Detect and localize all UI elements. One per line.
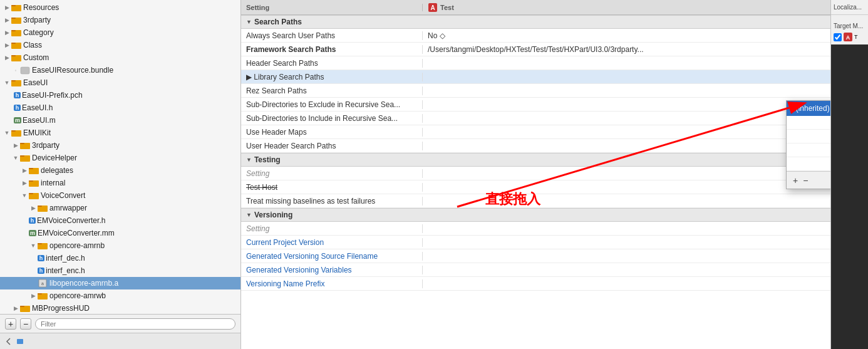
item-label: DeviceHelper: [32, 154, 77, 162]
sidebar-item-mbprogresshud[interactable]: ▶ MBProgressHUD: [0, 302, 240, 314]
remove-button[interactable]: −: [20, 318, 31, 330]
sidebar-item-libopencore[interactable]: a libopencore-amrnb.a: [0, 277, 240, 289]
sidebar-item-internal[interactable]: ▶ internal: [0, 177, 240, 189]
row-label: Rez Search Paths: [241, 86, 423, 95]
sidebar-item-devicehelper[interactable]: ▼ DeviceHelper: [0, 152, 240, 164]
svg-rect-7: [11, 43, 16, 44]
collapse-arrow: ▶: [29, 205, 38, 211]
sidebar-item-easeuiresource[interactable]: ◦ EaseUIResource.bundle: [0, 64, 240, 76]
row-generated-versioning-vars: Generated Versioning Variables: [241, 263, 830, 277]
row-test-host: Test Host: [241, 180, 830, 194]
row-current-project-version: Current Project Version: [241, 236, 830, 249]
sidebar-item-emuikit[interactable]: ▼ EMUIKit: [0, 127, 240, 139]
sidebar-item-3rdparty[interactable]: ▶ 3rdparty: [0, 139, 240, 152]
folder-icon: [38, 291, 48, 300]
sidebar-item-class[interactable]: ▶ Class: [0, 39, 240, 51]
bundle-icon: [20, 66, 30, 75]
svg-text:A: A: [846, 34, 850, 41]
xcode-small-icon: A: [843, 32, 853, 42]
file-badge-h: h: [29, 217, 36, 224]
target-checkbox[interactable]: [834, 33, 842, 41]
sidebar-item-emvoiceconverter-h[interactable]: h EMVoiceConverter.h: [0, 214, 240, 227]
popup-empty-1: [787, 116, 830, 130]
sidebar-item-resources[interactable]: ▶ Resources: [0, 1, 240, 14]
sidebar-item-voiceconvert[interactable]: ▼ VoiceConvert: [0, 189, 240, 202]
folder-icon: [38, 241, 48, 250]
svg-rect-10: [21, 67, 29, 74]
sidebar-item-custom[interactable]: ▶ Custom: [0, 51, 240, 64]
back-icon: [4, 336, 14, 346]
section-label: Search Paths: [254, 18, 302, 26]
folder-icon: [11, 128, 21, 137]
sidebar-item-opencore-amrnb[interactable]: ▼ opencore-amrnb: [0, 239, 240, 252]
popup-toolbar: + −: [787, 171, 830, 189]
sidebar-item-easeui-prefix[interactable]: h EaseUI-Prefix.pch: [0, 89, 240, 102]
item-label: opencore-amrnb: [49, 241, 105, 250]
header-test: A Test: [423, 3, 459, 13]
sidebar-item-3rdparty-top[interactable]: ▶ 3rdparty: [0, 14, 240, 26]
item-label: EMVoiceConverter.h: [37, 216, 105, 225]
row-label: Sub-Directories to Include in Recursive …: [241, 114, 423, 123]
collapse-arrow: ▶: [3, 42, 11, 48]
row-label: Use Header Maps: [241, 128, 423, 137]
item-label: amrwapper: [49, 204, 87, 212]
sidebar-item-easeui-h[interactable]: h EaseUI.h: [0, 102, 240, 114]
sidebar-item-easeui-m[interactable]: m EaseUI.m: [0, 114, 240, 127]
row-user-header-search: User Header Search Paths: [241, 139, 830, 153]
svg-rect-24: [29, 193, 33, 194]
sidebar-item-interf-enc[interactable]: h interf_enc.h: [0, 264, 240, 277]
folder-icon: [11, 78, 21, 87]
svg-rect-28: [38, 243, 42, 244]
collapse-arrow: ▶: [11, 305, 20, 311]
row-label: Generated Versioning Variables: [241, 266, 423, 274]
item-label: EaseUI-Prefix.pch: [22, 91, 83, 100]
section-search-paths[interactable]: ▼ Search Paths: [241, 15, 830, 29]
popup-remove-button[interactable]: −: [802, 175, 809, 185]
svg-rect-12: [11, 80, 16, 81]
target-row: A T: [834, 32, 865, 42]
collapse-arrow: ▼: [20, 192, 29, 199]
add-button[interactable]: +: [5, 318, 16, 330]
build-settings-panel: Setting A Test ▼ Search Paths Always Sea…: [241, 0, 830, 349]
row-library-search: ▶ Library Search Paths: [241, 70, 830, 84]
item-label: Resources: [23, 3, 59, 12]
popup-add-button[interactable]: +: [792, 175, 799, 185]
svg-rect-34: [20, 306, 24, 307]
section-triangle: ▼: [246, 157, 252, 163]
folder-icon: [11, 3, 21, 12]
sidebar-item-easeui[interactable]: ▼ EaseUI: [0, 76, 240, 89]
svg-text:A: A: [430, 4, 435, 11]
svg-rect-16: [20, 143, 24, 144]
popup-selected-row[interactable]: $(inherited) non-recursive: [787, 101, 830, 116]
right-panel: Localiza... Target M... A T: [830, 0, 868, 349]
folder-icon: [11, 16, 21, 24]
row-value: /Users/tangmi/Desktop/HXTest/Test/Test/H…: [423, 45, 830, 54]
row-label: Generated Versioning Source Filename: [241, 252, 423, 261]
section-versioning[interactable]: ▼ Versioning: [241, 208, 830, 222]
sidebar-toolbar: + −: [0, 314, 240, 333]
sidebar-item-amrwapper[interactable]: ▶ amrwapper: [0, 202, 240, 214]
row-label: ▶ Library Search Paths: [241, 73, 423, 81]
item-label: Category: [23, 28, 54, 37]
row-treat-missing: Treat missing baselines as test failures: [241, 194, 830, 208]
folder-icon: [29, 191, 39, 200]
folder-icon: [29, 179, 39, 187]
section-testing[interactable]: ▼ Testing: [241, 153, 830, 167]
item-label: Class: [23, 41, 42, 49]
filter-input[interactable]: [35, 318, 235, 330]
sidebar-item-delegates[interactable]: ▶ delegates: [0, 164, 240, 177]
row-generated-versioning-source: Generated Versioning Source Filename: [241, 249, 830, 263]
item-label: EaseUI: [23, 78, 48, 87]
svg-rect-3: [11, 18, 16, 19]
item-label: interf_enc.h: [46, 266, 85, 275]
row-subdirs-exclude: Sub-Directories to Exclude in Recursive …: [241, 98, 830, 112]
sidebar-item-emvoiceconverter-mm[interactable]: m EMVoiceConverter.mm: [0, 227, 240, 239]
sidebar-item-interf-dec[interactable]: h interf_dec.h: [0, 252, 240, 264]
item-label: 3rdparty: [23, 16, 51, 24]
item-label: opencore-amrwb: [49, 291, 106, 300]
row-label: Always Search User Paths: [241, 31, 423, 40]
sidebar-item-opencore-amrwb[interactable]: ▶ opencore-amrwb: [0, 289, 240, 302]
collapse-arrow: ▶: [3, 4, 11, 11]
collapse-arrow: ▼: [29, 242, 38, 249]
sidebar-item-category[interactable]: ▶ Category: [0, 26, 240, 39]
